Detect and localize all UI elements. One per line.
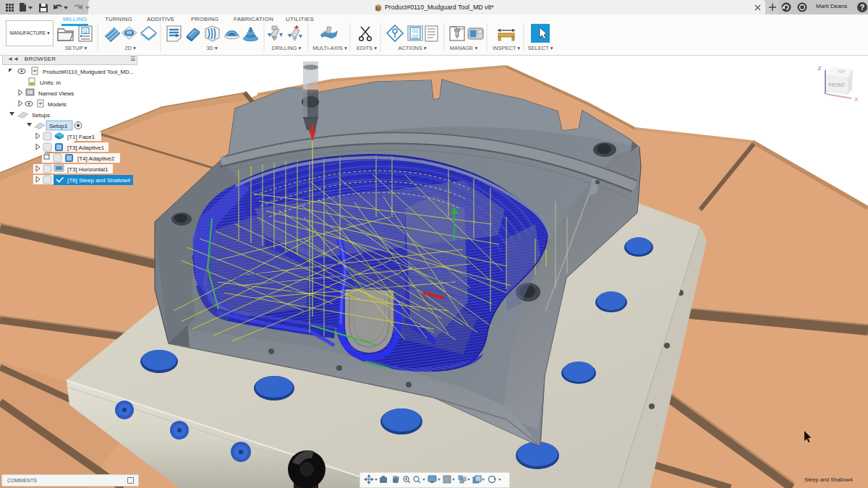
svg-text:Named Views: Named Views	[38, 90, 74, 97]
svg-text:Models: Models	[48, 101, 67, 108]
svg-text:[T3] Adaptive1: [T3] Adaptive1	[67, 145, 105, 151]
svg-text:?: ?	[860, 4, 864, 12]
svg-text:FRONT: FRONT	[829, 82, 845, 87]
svg-text:X: X	[854, 96, 859, 103]
svg-text:Units: in: Units: in	[40, 80, 61, 86]
svg-text:Setup1: Setup1	[49, 123, 68, 129]
svg-text:TOP: TOP	[838, 69, 846, 74]
svg-text:[T4] Adaptive2: [T4] Adaptive2	[77, 155, 115, 162]
svg-text:Setups: Setups	[32, 112, 50, 119]
svg-text:Product#0110_Mudguard Tool_MD.: Product#0110_Mudguard Tool_MD...	[43, 69, 134, 75]
svg-text:Z: Z	[818, 65, 822, 72]
svg-text:[T6] Steep and Shallow4: [T6] Steep and Shallow4	[67, 177, 131, 184]
svg-text:G: G	[83, 28, 88, 35]
svg-text:[T1] Face1: [T1] Face1	[67, 134, 95, 140]
svg-text:G1: G1	[412, 28, 419, 33]
svg-text:[T3] Horizontal1: [T3] Horizontal1	[67, 166, 109, 173]
svg-text:G2: G2	[412, 34, 419, 39]
